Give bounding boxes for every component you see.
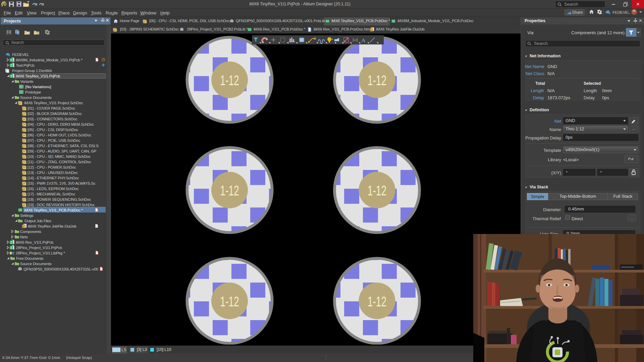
svg-text:1-12: 1-12 [368,182,386,199]
svg-text:1-12: 1-12 [220,293,239,309]
svg-text:1-12: 1-12 [368,293,386,309]
svg-text:A: A [361,37,366,44]
svg-text:1-12: 1-12 [220,72,239,88]
svg-text:1-12: 1-12 [368,72,386,88]
svg-text:1-12: 1-12 [220,182,239,199]
svg-text:10: 10 [354,39,357,42]
